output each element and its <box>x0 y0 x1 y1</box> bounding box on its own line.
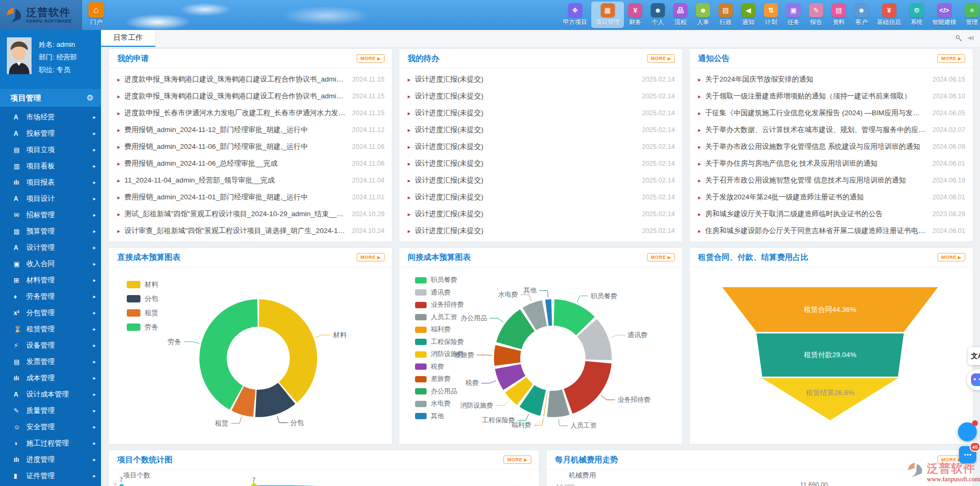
key-icon[interactable] <box>955 34 963 44</box>
legend-item[interactable]: 职员餐费 <box>415 274 464 287</box>
list-item[interactable]: ▸设计进度汇报(未提交)2025.02.14 <box>399 138 682 155</box>
legend-item[interactable]: 分包 <box>127 291 158 306</box>
legend-item[interactable]: 办公用品 <box>415 386 464 398</box>
sidebar-item[interactable]: ☺安全管理▸ <box>0 419 101 435</box>
list-item[interactable]: ▸设计进度汇报(未提交)2025.02.14 <box>399 155 682 172</box>
sidebar-item[interactable]: A项目设计▸ <box>0 190 101 207</box>
legend-item[interactable]: 税费 <box>415 361 464 373</box>
list-item[interactable]: ▸设计进度汇报(未提交)2025.02.14 <box>399 71 682 88</box>
topnav-item[interactable]: ⚙系统 <box>905 2 928 28</box>
sidebar-item[interactable]: A设计管理▸ <box>0 239 101 256</box>
more-button[interactable]: MORE▶ <box>503 455 531 464</box>
list-item[interactable]: ▸设计进度汇报(未提交)2025.02.14 <box>399 189 682 206</box>
legend-item[interactable]: 租赁 <box>127 306 158 320</box>
list-item[interactable]: ▸关于领取一级注册建造师增项贴的通知（须持一建证书前来领取）2024.06.10 <box>690 88 973 105</box>
list-item[interactable]: ▸设计进度汇报(未提交)2025.02.14 <box>399 222 682 239</box>
list-item[interactable]: ▸进度款申报_珠海鹤港口建设_珠海鹤港口建设工程合作协议书_admin_...2… <box>109 71 392 88</box>
legend-item[interactable]: 劳务 <box>127 320 158 334</box>
sidebar-item[interactable]: ⊞材料管理▸ <box>0 272 101 288</box>
list-item[interactable]: ▸住房和城乡建设部办公厅关于同意吉林省开展二级建造师注册证书电子化试点...20… <box>690 222 973 239</box>
topnav-item[interactable]: ▤资料 <box>827 2 850 28</box>
list-item[interactable]: ▸设计进度汇报(未提交)2025.02.14 <box>399 105 682 122</box>
sidebar-item[interactable]: ✉招标管理▸ <box>0 207 101 223</box>
sidebar-item[interactable]: ılı成本管理▸ <box>0 370 101 386</box>
list-item[interactable]: ▸进度款申报_珠海鹤港口建设_珠海鹤港口建设工程合作协议书_admin_...2… <box>109 88 392 105</box>
topnav-item[interactable]: ❖甲方项目 <box>559 2 591 28</box>
more-button[interactable]: MORE▶ <box>937 253 965 261</box>
legend-item[interactable]: 其他 <box>415 410 464 423</box>
sidebar-item[interactable]: ♦劳务管理▸ <box>0 288 101 305</box>
sidebar-item[interactable]: ✎质量管理▸ <box>0 402 101 419</box>
collapse-panel-icon[interactable] <box>967 34 975 44</box>
more-button[interactable]: MORE▶ <box>937 54 965 63</box>
avatar[interactable] <box>7 37 32 74</box>
sidebar-item[interactable]: x²分包管理▸ <box>0 305 101 321</box>
list-item[interactable]: ▸房和城乡建设厅关于取消二级建造师临时执业证书的公告2023.08.29 <box>690 206 973 222</box>
more-button[interactable]: MORE▶ <box>357 253 385 261</box>
list-item[interactable]: ▸费用报销_admin_2024-11-01_部门经理审批_胡建,_运行中202… <box>109 189 392 206</box>
sidebar-item[interactable]: A设计成本管理▸ <box>0 386 101 402</box>
list-item[interactable]: ▸11_2024-11-04_admin_经营部_领导审批__完成2024.11… <box>109 172 392 189</box>
more-button[interactable]: MORE▶ <box>357 54 385 63</box>
topnav-item[interactable]: ☻客户 <box>850 2 873 28</box>
list-item[interactable]: ▸设计审查_彭祖新城"四馆"景观工程设计项目_请选择_胡广生_2024-10-2… <box>109 222 392 239</box>
list-item[interactable]: ▸设计进度汇报(未提交)2025.02.14 <box>399 172 682 189</box>
more-button[interactable]: MORE▶ <box>647 253 675 261</box>
sidebar-item[interactable]: ılı项目报表▸ <box>0 174 101 190</box>
topnav-item[interactable]: ⇅计划 <box>760 2 782 28</box>
gear-icon[interactable]: ⚙ <box>87 93 94 103</box>
sidebar-item[interactable]: ▤发票管理▸ <box>0 353 101 370</box>
list-item[interactable]: ▸于征集《中国建筑施工行业信息化发展报告 (2024) —BIM应用与发展》材料… <box>690 105 973 122</box>
topnav-item[interactable]: ◀通知 <box>737 2 760 28</box>
topnav-item[interactable]: ✎报告 <box>805 2 827 28</box>
legend-item[interactable]: 材料 <box>127 277 158 291</box>
topnav-item[interactable]: ¥财务 <box>624 2 646 28</box>
legend-item[interactable]: 福利费 <box>415 323 464 336</box>
sidebar-item[interactable]: ▨预算管理▸ <box>0 223 101 239</box>
list-item[interactable]: ▸设计进度汇报(未提交)2025.02.14 <box>399 88 682 105</box>
tab-daily-work[interactable]: 日常工作 <box>101 30 156 47</box>
legend-item[interactable]: 消防设施费 <box>415 348 464 361</box>
sidebar-item[interactable]: ▮证件管理▸ <box>0 468 101 484</box>
list-item[interactable]: ▸费用报销_admin_2024-11-06_部门经理审批_胡建,_运行中202… <box>109 138 392 155</box>
legend-item[interactable]: 人员工资 <box>415 311 464 324</box>
topnav-item[interactable]: ≡管理 <box>961 2 980 28</box>
legend-item[interactable]: 差旅费 <box>415 373 464 386</box>
topnav-item[interactable]: ☻个人 <box>646 2 669 28</box>
sidebar-item[interactable]: ılı进度管理▸ <box>0 451 101 468</box>
legend-item[interactable]: 工程保险费 <box>415 336 464 349</box>
list-item[interactable]: ▸测试_彭祖新城"四馆"景观工程设计项目_2024-10-29_admin_结束… <box>109 206 392 222</box>
floating-blue-button[interactable] <box>958 422 977 441</box>
list-item[interactable]: ▸费用报销_admin_2024-11-12_部门经理审批_胡建,_运行中202… <box>109 122 392 138</box>
list-item[interactable]: ▸关于发放2024年第24批一级建造师注册证书的通知2024.06.01 <box>690 189 973 206</box>
list-item[interactable]: ▸进度款申报_长春市伊通河水力发电厂改建工程_长春市伊通河水力发电...2024… <box>109 105 392 122</box>
list-item[interactable]: ▸设计进度汇报(未提交)2025.02.14 <box>399 206 682 222</box>
topnav-item[interactable]: ▣任务 <box>782 2 805 28</box>
sidebar-item[interactable]: ⚡设备管理▸ <box>0 337 101 353</box>
topnav-item[interactable]: ▤行政 <box>714 2 737 28</box>
topnav-item-portal[interactable]: ⌂ 门户 <box>88 2 104 26</box>
topnav-item[interactable]: ¥基础信息 <box>873 2 905 28</box>
list-item[interactable]: ▸设计进度汇报(未提交)2025.02.14 <box>399 122 682 138</box>
list-item[interactable]: ▸关于2024年国庆节放假安排的通知2024.06.15 <box>690 71 973 88</box>
topnav-item[interactable]: ▦项目管理 <box>591 2 624 28</box>
list-item[interactable]: ▸关于召开市政公用设施智慧化管理 信息技术与应用培训班的通知2024.06.19 <box>690 172 973 189</box>
legend-item[interactable]: 业务招待费 <box>415 299 464 311</box>
list-item[interactable]: ▸关于举办住房与房地产信息化 技术及应用培训班的通知2024.06.01 <box>690 155 973 172</box>
list-item[interactable]: ▸关于举办市政公用设施数字化管理信息 系统建设与应用培训班的通知2024.06.… <box>690 138 973 155</box>
more-button[interactable]: MORE▶ <box>647 54 675 63</box>
topnav-item[interactable]: </>智能建模 <box>928 2 961 28</box>
legend-item[interactable]: 水电费 <box>415 398 464 410</box>
sidebar-item[interactable]: ◑施工过程管理▸ <box>0 435 101 451</box>
sidebar-item[interactable]: ▣收入合同▸ <box>0 256 101 272</box>
sidebar-item[interactable]: A投标管理▸ <box>0 125 101 141</box>
sidebar-item[interactable]: ▥项目看板▸ <box>0 158 101 174</box>
list-item[interactable]: ▸费用报销_admin_2024-11-06_总经理审批__完成2024.11.… <box>109 155 392 172</box>
translate-button[interactable]: 文A <box>968 347 980 365</box>
sidebar-item[interactable]: ⌛租赁管理▸ <box>0 321 101 337</box>
topnav-item[interactable]: ☻人事 <box>692 2 714 28</box>
legend-item[interactable]: 通讯费 <box>415 287 464 299</box>
list-item[interactable]: ▸关于举办大数据、云计算技术在城市建设、规划、管理与服务中的应用培训班...20… <box>690 122 973 138</box>
sidebar-item[interactable]: A市场经营▸ <box>0 109 101 125</box>
sidebar-item[interactable]: ▤项目立项▸ <box>0 141 101 158</box>
